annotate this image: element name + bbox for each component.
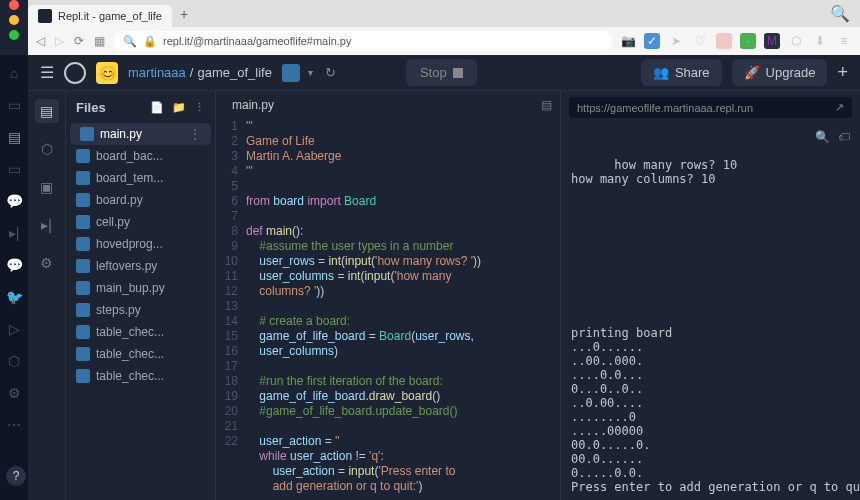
editor-tab[interactable]: main.py bbox=[224, 94, 282, 116]
extension-icon-5[interactable]: ⬡ bbox=[788, 33, 804, 49]
python-file-icon bbox=[76, 347, 90, 361]
zoom-icon[interactable]: 🔍 bbox=[123, 35, 137, 48]
hamburger-menu[interactable]: ☰ bbox=[40, 63, 54, 82]
file-item[interactable]: table_chec... bbox=[66, 343, 215, 365]
back-button[interactable]: ◁ bbox=[36, 34, 45, 48]
file-item[interactable]: steps.py bbox=[66, 299, 215, 321]
rail-book-icon[interactable]: ▭ bbox=[8, 161, 21, 177]
packages-tab-icon[interactable]: ▣ bbox=[35, 175, 59, 199]
rail-messenger-icon[interactable]: 💬 bbox=[6, 257, 23, 273]
code-line[interactable]: while user_action != 'q': bbox=[246, 449, 560, 464]
history-icon[interactable]: ↻ bbox=[325, 65, 336, 80]
window-close-icon[interactable] bbox=[9, 0, 19, 10]
vcs-tab-icon[interactable]: ⬡ bbox=[35, 137, 59, 161]
browser-tab[interactable]: Repl.it - game_of_life bbox=[28, 5, 172, 27]
code-line[interactable]: game_of_life_board.draw_board() bbox=[246, 389, 560, 404]
file-item[interactable]: board_bac... bbox=[66, 145, 215, 167]
address-bar[interactable]: 🔍 🔒 repl.it/@martinaaa/gameoflife#main.p… bbox=[113, 31, 612, 51]
send-icon[interactable]: ➤ bbox=[668, 33, 684, 49]
code-line[interactable]: user_action = input('Press enter to add … bbox=[246, 464, 560, 494]
code-line[interactable] bbox=[246, 419, 560, 434]
file-item[interactable]: cell.py bbox=[66, 211, 215, 233]
code-line[interactable]: game_of_life_board = Board(user_rows, us… bbox=[246, 329, 560, 359]
share-button[interactable]: 👥 Share bbox=[641, 59, 722, 86]
file-item[interactable]: hovedprog... bbox=[66, 233, 215, 255]
files-title: Files bbox=[76, 100, 106, 115]
console-search-icon[interactable]: 🔍 bbox=[815, 130, 830, 144]
code-line[interactable]: user_rows = int(input('how many rows? ')… bbox=[246, 254, 560, 269]
python-file-icon bbox=[76, 149, 90, 163]
code-line[interactable] bbox=[246, 299, 560, 314]
new-tab-button[interactable]: + bbox=[180, 6, 188, 22]
forward-button[interactable]: ▷ bbox=[55, 34, 64, 48]
rail-play-icon[interactable]: ▸| bbox=[9, 225, 20, 241]
code-line[interactable]: from board import Board bbox=[246, 194, 560, 209]
file-item[interactable]: main.py⋮ bbox=[70, 123, 211, 145]
repl-name[interactable]: game_of_life bbox=[197, 65, 271, 80]
open-external-icon[interactable]: ↗ bbox=[835, 101, 844, 114]
code-line[interactable]: ''' bbox=[246, 164, 560, 179]
extension-icon-1[interactable]: ✓ bbox=[644, 33, 660, 49]
camera-icon[interactable]: 📷 bbox=[620, 33, 636, 49]
file-item[interactable]: board.py bbox=[66, 189, 215, 211]
user-avatar[interactable]: 😊 bbox=[96, 62, 118, 84]
file-more-icon[interactable]: ⋮ bbox=[189, 127, 201, 141]
reload-button[interactable]: ⟳ bbox=[74, 34, 84, 48]
file-item[interactable]: table_chec... bbox=[66, 321, 215, 343]
wrap-icon[interactable]: ▤ bbox=[541, 98, 552, 112]
code-line[interactable]: user_columns = int(input('how many colum… bbox=[246, 269, 560, 299]
code-line[interactable] bbox=[246, 179, 560, 194]
code-line[interactable] bbox=[246, 209, 560, 224]
rail-home-icon[interactable]: ⌂ bbox=[10, 65, 18, 81]
menu-icon[interactable]: ≡ bbox=[836, 33, 852, 49]
new-file-button[interactable]: + bbox=[837, 62, 848, 83]
file-item[interactable]: table_chec... bbox=[66, 365, 215, 387]
settings-tab-icon[interactable]: ⚙ bbox=[35, 251, 59, 275]
download-icon[interactable]: ⬇ bbox=[812, 33, 828, 49]
upgrade-button[interactable]: 🚀 Upgrade bbox=[732, 59, 828, 86]
code-line[interactable]: # create a board: bbox=[246, 314, 560, 329]
extension-icon-4[interactable]: M bbox=[764, 33, 780, 49]
code-line[interactable]: Game of Life bbox=[246, 134, 560, 149]
code-line[interactable]: #run the first iteration of the board: bbox=[246, 374, 560, 389]
output-url-bar[interactable]: https://gameoflife.martinaaa.repl.run ↗ bbox=[569, 97, 852, 118]
debug-tab-icon[interactable]: ▸| bbox=[35, 213, 59, 237]
console-tag-icon[interactable]: 🏷 bbox=[838, 130, 850, 144]
replit-logo-icon[interactable] bbox=[64, 62, 86, 84]
code-line[interactable]: ''' bbox=[246, 119, 560, 134]
rail-twitter-icon[interactable]: 🐦 bbox=[6, 289, 23, 305]
rail-chat-icon[interactable]: 💬 bbox=[6, 193, 23, 209]
code-line[interactable]: user_action = '' bbox=[246, 434, 560, 449]
help-button[interactable]: ? bbox=[6, 466, 26, 486]
new-folder-icon[interactable]: 📁 bbox=[172, 101, 186, 114]
code-line[interactable] bbox=[246, 359, 560, 374]
heart-icon[interactable]: ♡ bbox=[692, 33, 708, 49]
rail-doc-icon[interactable]: ▤ bbox=[8, 129, 21, 145]
python-file-icon bbox=[76, 303, 90, 317]
window-maximize-icon[interactable] bbox=[9, 30, 19, 40]
code-line[interactable]: #assume the user types in a number bbox=[246, 239, 560, 254]
code-line[interactable]: #game_of_life_board.update_board() bbox=[246, 404, 560, 419]
home-button[interactable]: ▦ bbox=[94, 34, 105, 48]
file-more-icon[interactable]: ⋮ bbox=[194, 101, 205, 114]
rail-more-icon[interactable]: ⋯ bbox=[7, 417, 21, 433]
file-item[interactable]: main_bup.py bbox=[66, 277, 215, 299]
rail-folder-icon[interactable]: ▭ bbox=[8, 97, 21, 113]
console-output[interactable]: 🔍 🏷 how many rows? 10how many columns? 1… bbox=[561, 124, 860, 500]
code-line[interactable]: Martin A. Aaberge bbox=[246, 149, 560, 164]
chevron-down-icon[interactable]: ▾ bbox=[308, 67, 313, 78]
extension-icon-2[interactable]: · bbox=[716, 33, 732, 49]
new-file-icon[interactable]: 📄 bbox=[150, 101, 164, 114]
code-line[interactable]: def main(): bbox=[246, 224, 560, 239]
rail-gear-icon[interactable]: ⚙ bbox=[8, 385, 21, 401]
file-item[interactable]: leftovers.py bbox=[66, 255, 215, 277]
extension-icon-3[interactable]: · bbox=[740, 33, 756, 49]
files-tab-icon[interactable]: ▤ bbox=[35, 99, 59, 123]
tab-search-icon[interactable]: 🔍 bbox=[830, 4, 850, 23]
stop-button[interactable]: Stop bbox=[406, 59, 477, 86]
file-item[interactable]: board_tem... bbox=[66, 167, 215, 189]
window-minimize-icon[interactable] bbox=[9, 15, 19, 25]
username-link[interactable]: martinaaa bbox=[128, 65, 186, 80]
rail-cube-icon[interactable]: ⬡ bbox=[8, 353, 20, 369]
rail-run-icon[interactable]: ▷ bbox=[9, 321, 20, 337]
